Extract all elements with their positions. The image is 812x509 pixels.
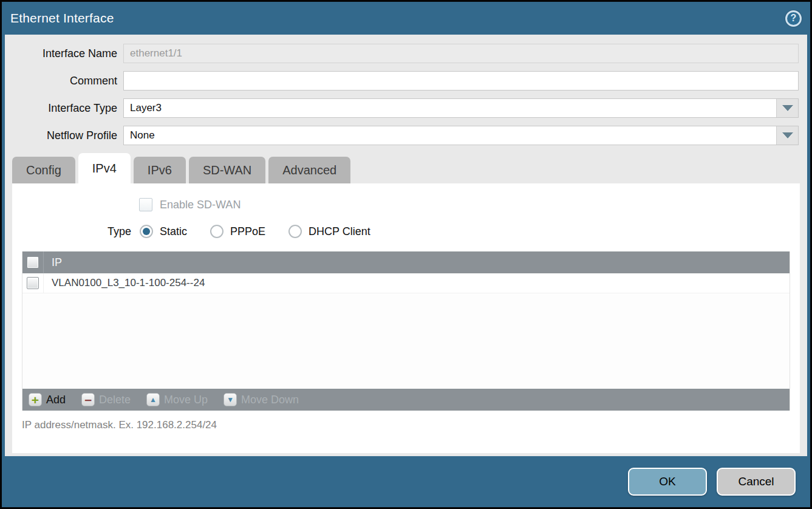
ipv4-tab-panel: Enable SD-WAN Type Static PPPoE DHCP Cli…: [12, 183, 800, 453]
cancel-button[interactable]: Cancel: [717, 468, 796, 496]
interface-name-label: Interface Name: [5, 47, 123, 60]
form-row-comment: Comment: [5, 71, 807, 91]
tab-advanced[interactable]: Advanced: [268, 157, 350, 183]
row-check-cell: [22, 273, 44, 293]
tab-sd-wan[interactable]: SD-WAN: [189, 157, 265, 183]
add-button[interactable]: + Add: [29, 393, 66, 406]
comment-field[interactable]: [123, 71, 799, 91]
type-label: Type: [107, 225, 131, 238]
type-radio-group: Type Static PPPoE DHCP Client: [107, 225, 800, 238]
delete-button-label: Delete: [99, 394, 131, 406]
arrow-up-icon: ▲: [146, 393, 160, 406]
radio-option-dhcp-client[interactable]: DHCP Client: [288, 225, 370, 238]
form-row-interface-name: Interface Name: [5, 44, 807, 63]
delete-button[interactable]: − Delete: [81, 393, 131, 406]
ip-table-body: VLAN0100_L3_10-1-100-254--24: [22, 273, 790, 389]
enable-sdwan-checkbox[interactable]: [139, 198, 152, 211]
interface-type-value: Layer3: [124, 99, 776, 117]
radio-option-pppoe[interactable]: PPPoE: [210, 225, 265, 238]
dialog-title: Ethernet Interface: [10, 11, 785, 26]
interface-type-label: Interface Type: [5, 102, 123, 115]
ethernet-interface-dialog: Ethernet Interface ? Interface Name Comm…: [0, 0, 812, 509]
ip-table-header: IP: [22, 251, 790, 273]
radio-static-label: Static: [160, 225, 187, 238]
enable-sdwan-row: Enable SD-WAN: [139, 198, 800, 211]
chevron-down-icon: [782, 105, 793, 111]
form-row-netflow-profile: Netflow Profile None: [5, 126, 807, 145]
dialog-footer: OK Cancel: [2, 456, 810, 507]
radio-pppoe[interactable]: [210, 225, 223, 238]
form-row-interface-type: Interface Type Layer3: [5, 98, 807, 118]
move-up-button-label: Move Up: [164, 394, 208, 406]
dialog-body: Interface Name Comment Interface Type La…: [5, 35, 807, 456]
netflow-profile-dropdown[interactable]: None: [123, 126, 799, 145]
radio-pppoe-label: PPPoE: [230, 225, 265, 238]
plus-icon: +: [29, 393, 42, 406]
interface-type-dropdown[interactable]: Layer3: [123, 98, 799, 118]
minus-icon: −: [81, 393, 95, 406]
tab-ipv6[interactable]: IPv6: [134, 157, 186, 183]
radio-dhcp-client[interactable]: [288, 225, 302, 238]
table-row[interactable]: VLAN0100_L3_10-1-100-254--24: [22, 273, 790, 293]
tab-ipv4[interactable]: IPv4: [78, 153, 131, 183]
row-checkbox[interactable]: [27, 277, 39, 289]
ip-format-hint: IP address/netmask. Ex. 192.168.2.254/24: [22, 419, 800, 431]
move-up-button[interactable]: ▲ Move Up: [146, 393, 208, 406]
add-button-label: Add: [46, 394, 66, 406]
netflow-profile-label: Netflow Profile: [5, 129, 123, 142]
radio-dhcp-client-label: DHCP Client: [309, 225, 370, 238]
arrow-down-icon: ▼: [223, 393, 237, 406]
radio-static[interactable]: [140, 225, 153, 238]
interface-name-field: [123, 44, 799, 63]
help-icon-glyph: ?: [791, 13, 797, 24]
move-down-button-label: Move Down: [241, 394, 299, 406]
netflow-profile-dropdown-button[interactable]: [776, 126, 798, 145]
ok-button[interactable]: OK: [628, 468, 707, 496]
interface-type-dropdown-button[interactable]: [776, 99, 798, 117]
radio-option-static[interactable]: Static: [140, 225, 187, 238]
chevron-down-icon: [782, 132, 793, 138]
dialog-titlebar: Ethernet Interface ?: [2, 2, 810, 35]
ip-address-table: IP VLAN0100_L3_10-1-100-254--24 + Add: [22, 251, 790, 411]
move-down-button[interactable]: ▼ Move Down: [223, 393, 299, 406]
select-all-checkbox[interactable]: [27, 256, 39, 268]
ip-table-toolbar: + Add − Delete ▲ Move Up ▼ Move Down: [22, 389, 790, 411]
netflow-profile-value: None: [124, 126, 776, 145]
help-icon[interactable]: ?: [785, 10, 802, 27]
tab-strip: Config IPv4 IPv6 SD-WAN Advanced: [5, 153, 807, 183]
comment-label: Comment: [5, 75, 123, 87]
ip-column-header: IP: [44, 256, 62, 269]
enable-sdwan-label: Enable SD-WAN: [160, 199, 241, 211]
select-all-cell: [22, 251, 44, 273]
tab-config[interactable]: Config: [12, 157, 75, 183]
ip-row-value: VLAN0100_L3_10-1-100-254--24: [44, 277, 205, 289]
